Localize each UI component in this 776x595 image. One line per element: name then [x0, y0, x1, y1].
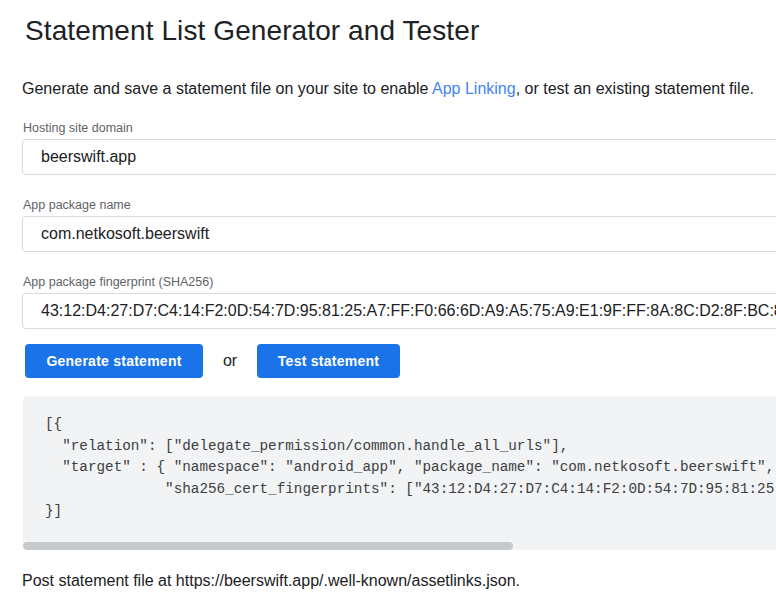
- statement-output-panel: [{ "relation": ["delegate_permission/com…: [23, 396, 776, 550]
- post-statement-instruction: Post statement file at https://beerswift…: [22, 571, 776, 590]
- test-statement-button[interactable]: Test statement: [257, 344, 400, 378]
- or-label: or: [203, 352, 257, 370]
- page-subtitle: Generate and save a statement file on yo…: [22, 79, 776, 98]
- app-linking-link[interactable]: App Linking: [432, 80, 516, 97]
- app-package-fingerprint-label: App package fingerprint (SHA256): [23, 275, 776, 290]
- statement-json-code: [{ "relation": ["delegate_permission/com…: [23, 396, 776, 523]
- subtitle-text-after: , or test an existing statement file.: [516, 80, 754, 97]
- app-package-fingerprint-input[interactable]: [22, 293, 776, 329]
- generate-statement-button[interactable]: Generate statement: [25, 344, 203, 378]
- horizontal-scrollbar-thumb[interactable]: [23, 542, 513, 550]
- app-package-name-label: App package name: [23, 198, 776, 213]
- statement-list-generator-page: Statement List Generator and Tester Gene…: [0, 0, 776, 590]
- hosting-site-domain-input[interactable]: [22, 139, 776, 175]
- action-button-row: Generate statement or Test statement: [25, 344, 776, 378]
- hosting-site-domain-label: Hosting site domain: [23, 121, 776, 136]
- app-package-name-input[interactable]: [22, 216, 776, 252]
- page-title: Statement List Generator and Tester: [25, 14, 776, 48]
- subtitle-text-before: Generate and save a statement file on yo…: [22, 80, 432, 97]
